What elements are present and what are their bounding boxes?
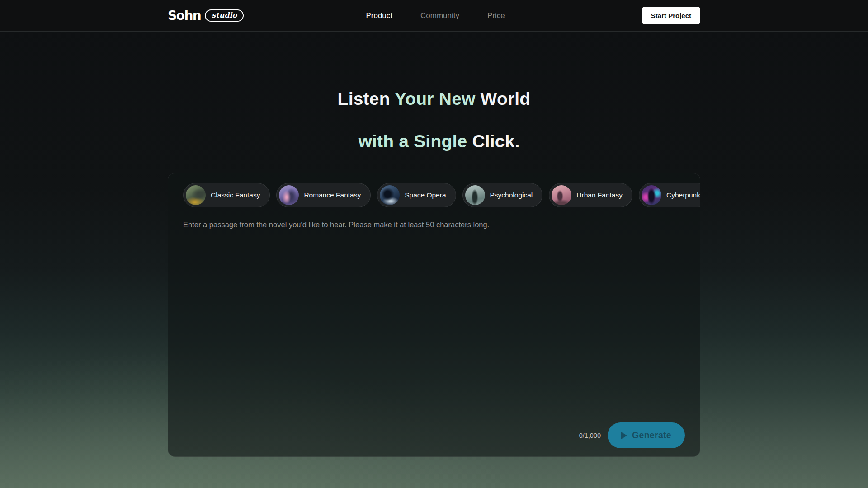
genre-chip-label: Urban Fantasy: [576, 191, 623, 199]
psychological-thumb-icon: [465, 185, 485, 205]
generator-card: Classic Fantasy Romance Fantasy Space Op…: [168, 173, 700, 457]
generate-button-label: Generate: [632, 430, 671, 441]
char-counter: 0/1,000: [579, 432, 601, 439]
genre-chip-urban-fantasy[interactable]: Urban Fantasy: [549, 183, 632, 207]
genre-chip-space-opera[interactable]: Space Opera: [377, 183, 456, 207]
hero-line1-part3: World: [476, 89, 531, 108]
genre-chip-psychological[interactable]: Psychological: [462, 183, 543, 207]
classic-fantasy-thumb-icon: [186, 185, 206, 205]
nav-link-product[interactable]: Product: [366, 11, 392, 20]
urban-fantasy-thumb-icon: [552, 185, 571, 205]
generate-button[interactable]: Generate: [608, 422, 685, 448]
logo-brand-text: Sohn: [168, 8, 201, 23]
genre-chip-label: Cyberpunk: [666, 191, 700, 199]
space-opera-thumb-icon: [380, 185, 400, 205]
romance-fantasy-thumb-icon: [279, 185, 299, 205]
genre-chip-label: Psychological: [490, 191, 533, 199]
hero-line1-part1: Listen: [338, 89, 395, 108]
page-title: Listen Your New World with a Single Clic…: [0, 89, 868, 152]
play-icon: [621, 432, 627, 439]
logo[interactable]: Sohn studio: [168, 8, 244, 23]
hero-section: Listen Your New World with a Single Clic…: [0, 89, 868, 152]
passage-input[interactable]: [183, 219, 701, 416]
genre-chip-cyberpunk[interactable]: Cyberpunk: [639, 183, 700, 207]
navbar: Sohn studio Product Community Price Star…: [0, 0, 868, 32]
genre-chip-label: Romance Fantasy: [304, 191, 361, 199]
hero-line2-part2: Click.: [467, 131, 519, 151]
card-footer: 0/1,000 Generate: [183, 416, 700, 448]
genre-chip-label: Space Opera: [405, 191, 446, 199]
logo-studio-badge: studio: [205, 9, 244, 22]
navbar-inner: Sohn studio Product Community Price Star…: [168, 7, 700, 24]
nav-links: Product Community Price: [366, 11, 505, 20]
genre-chip-classic-fantasy[interactable]: Classic Fantasy: [183, 183, 270, 207]
hero-line2-accent: with a Single: [358, 131, 467, 151]
genre-chip-row: Classic Fantasy Romance Fantasy Space Op…: [183, 183, 700, 207]
cyberpunk-thumb-icon: [642, 185, 661, 205]
genre-chip-label: Classic Fantasy: [211, 191, 260, 199]
genre-chip-romance-fantasy[interactable]: Romance Fantasy: [276, 183, 371, 207]
nav-link-community[interactable]: Community: [420, 11, 459, 20]
hero-line1-accent: Your New: [395, 89, 476, 108]
nav-link-price[interactable]: Price: [487, 11, 505, 20]
start-project-button[interactable]: Start Project: [642, 7, 700, 24]
